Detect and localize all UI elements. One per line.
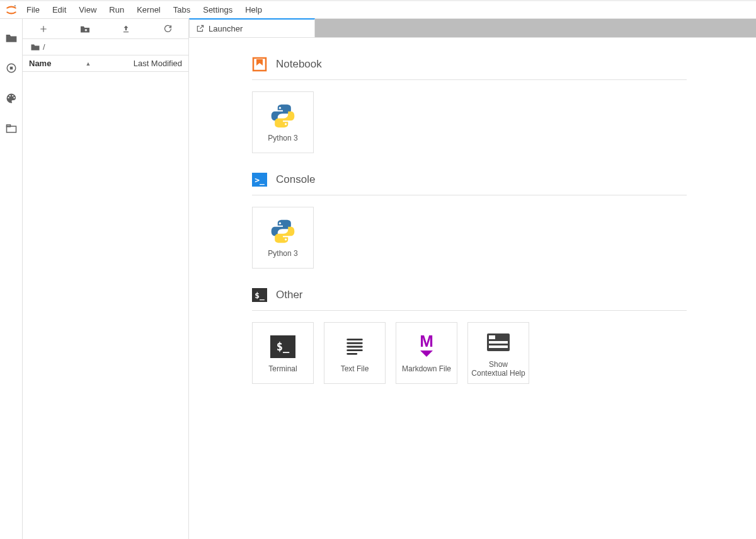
new-folder-icon [79,25,91,33]
upload-button[interactable] [106,19,147,38]
launcher-section-other: $_ Other $_ Terminal [252,287,756,384]
file-list-empty [23,72,188,539]
menu-settings[interactable]: Settings [197,3,239,17]
section-title: Other [276,289,303,301]
launcher-card-contexthelp[interactable]: Show Contextual Help [467,322,529,384]
card-label: Python 3 [265,134,300,142]
card-label: Show Contextual Help [468,360,529,378]
menu-run[interactable]: Run [103,3,130,17]
menu-help[interactable]: Help [239,3,268,17]
svg-rect-15 [489,345,508,348]
console-section-icon: >_ [252,172,267,187]
file-browser-toolbar [23,19,188,39]
jupyterlab-app: File Edit View Run Kernel Tabs Settings … [0,0,756,539]
python-icon [269,102,297,130]
launcher-card-terminal[interactable]: $_ Terminal [252,322,314,384]
tabs-icon [6,124,17,134]
svg-rect-2 [9,67,13,70]
menu-view[interactable]: View [72,3,103,17]
launcher-section-console: >_ Console [252,172,756,269]
python-icon [269,217,297,245]
sort-caret-icon: ▲ [85,61,91,67]
plus-icon [39,25,48,33]
card-label: Terminal [266,364,299,373]
new-folder-button[interactable] [64,19,106,38]
tab-bar: Launcher [189,19,756,38]
launcher-card-textfile[interactable]: Text File [324,322,386,384]
card-label: Markdown File [399,364,454,373]
breadcrumb-root: / [43,42,45,52]
svg-point-10 [285,238,287,240]
notebook-section-icon [252,57,267,72]
refresh-button[interactable] [147,19,188,38]
upload-icon [122,24,130,34]
svg-rect-13 [489,335,495,339]
launcher-card-notebook-python3[interactable]: Python 3 [252,91,314,153]
refresh-icon [163,24,173,33]
section-title: Console [276,173,315,186]
launcher-card-console-python3[interactable]: Python 3 [252,207,314,269]
card-label: Python 3 [265,249,300,258]
menu-tabs[interactable]: Tabs [167,3,197,17]
svg-point-7 [279,107,281,108]
section-title: Notebook [276,58,322,71]
column-header-name[interactable]: Name ▲ [23,59,134,68]
menubar: File Edit View Run Kernel Tabs Settings … [0,1,756,19]
svg-rect-14 [489,341,508,344]
textfile-icon [341,333,369,361]
activity-filebrowser[interactable] [5,32,18,44]
activity-bar [0,19,23,539]
activity-running[interactable] [5,62,18,74]
activity-tabs[interactable] [5,122,18,135]
svg-text:M: M [420,334,433,351]
main-area: Launcher Notebook [189,19,756,539]
folder-icon [5,32,18,43]
menu-kernel[interactable]: Kernel [130,3,167,17]
terminal-icon: $_ [269,333,297,361]
svg-point-9 [279,222,281,224]
running-icon [6,62,17,74]
jupyter-logo-icon [5,4,18,16]
file-list-header: Name ▲ Last Modified [23,55,188,72]
jupyter-logo[interactable] [3,4,20,16]
breadcrumb[interactable]: / [23,39,188,55]
menu-file[interactable]: File [20,3,46,17]
tab-label: Launcher [209,24,243,33]
contexthelp-icon [484,328,512,356]
card-label: Text File [338,364,372,373]
svg-point-8 [285,123,287,125]
folder-icon [30,43,40,51]
svg-rect-5 [123,32,129,32]
activity-commands[interactable] [5,92,18,105]
tab-launcher[interactable]: Launcher [189,18,315,37]
palette-icon [6,93,17,104]
other-section-icon: $_ [252,287,267,303]
new-launcher-button[interactable] [23,19,64,38]
launcher-section-notebook: Notebook Py [252,57,756,153]
svg-point-0 [14,5,16,7]
column-header-modified[interactable]: Last Modified [134,59,188,68]
launch-icon [196,24,205,33]
launcher-card-markdown[interactable]: M Markdown File [396,322,457,384]
launcher-content: Notebook Py [189,38,756,539]
menu-edit[interactable]: Edit [46,3,72,17]
file-browser-panel: / Name ▲ Last Modified [23,19,189,539]
markdown-icon: M [413,333,440,361]
